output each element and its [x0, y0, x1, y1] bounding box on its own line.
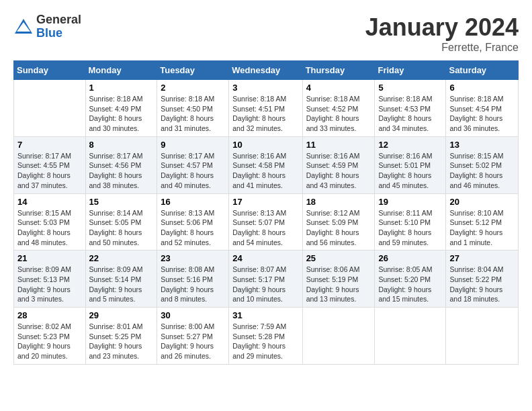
calendar-cell: 8Sunrise: 8:17 AMSunset: 4:56 PMDaylight… — [85, 136, 157, 193]
sunset-text: Sunset: 5:12 PM — [449, 218, 515, 228]
day-info: Sunrise: 8:17 AMSunset: 4:57 PMDaylight:… — [161, 151, 225, 191]
day-info: Sunrise: 8:13 AMSunset: 5:06 PMDaylight:… — [161, 208, 225, 248]
sunrise-text: Sunrise: 8:10 AM — [449, 208, 515, 218]
day-info: Sunrise: 8:02 AMSunset: 5:23 PMDaylight:… — [17, 322, 82, 361]
week-row-5: 28Sunrise: 8:02 AMSunset: 5:23 PMDayligh… — [14, 308, 519, 365]
sunrise-text: Sunrise: 8:00 AM — [161, 322, 225, 332]
day-number: 21 — [17, 253, 82, 263]
day-info: Sunrise: 8:16 AMSunset: 4:59 PMDaylight:… — [306, 151, 371, 191]
daylight-text: Daylight: 9 hours and 13 minutes. — [306, 285, 371, 304]
sunset-text: Sunset: 5:06 PM — [161, 218, 225, 228]
sunset-text: Sunset: 5:13 PM — [17, 275, 82, 285]
calendar-cell: 19Sunrise: 8:11 AMSunset: 5:10 PMDayligh… — [375, 193, 446, 250]
calendar-cell: 9Sunrise: 8:17 AMSunset: 4:57 PMDaylight… — [157, 136, 229, 193]
sunrise-text: Sunrise: 8:09 AM — [17, 265, 82, 275]
day-info: Sunrise: 8:15 AMSunset: 5:03 PMDaylight:… — [17, 208, 82, 248]
sunrise-text: Sunrise: 7:59 AM — [232, 322, 298, 332]
sunset-text: Sunset: 5:02 PM — [449, 161, 515, 171]
daylight-text: Daylight: 8 hours and 31 minutes. — [161, 113, 225, 133]
calendar-cell: 20Sunrise: 8:10 AMSunset: 5:12 PMDayligh… — [446, 193, 519, 250]
sunset-text: Sunset: 5:16 PM — [161, 275, 225, 285]
day-info: Sunrise: 8:07 AMSunset: 5:17 PMDaylight:… — [232, 265, 298, 304]
calendar-cell: 13Sunrise: 8:15 AMSunset: 5:02 PMDayligh… — [446, 136, 519, 193]
daylight-text: Daylight: 8 hours and 33 minutes. — [306, 113, 371, 133]
sunset-text: Sunset: 4:58 PM — [232, 161, 298, 171]
logo-blue-text: Blue — [36, 27, 81, 40]
sunset-text: Sunset: 4:52 PM — [306, 104, 371, 114]
sunrise-text: Sunrise: 8:07 AM — [232, 265, 298, 275]
daylight-text: Daylight: 8 hours and 45 minutes. — [378, 171, 442, 190]
sunset-text: Sunset: 5:14 PM — [89, 275, 154, 285]
calendar-cell: 2Sunrise: 8:18 AMSunset: 4:50 PMDaylight… — [157, 80, 229, 137]
calendar-cell: 28Sunrise: 8:02 AMSunset: 5:23 PMDayligh… — [14, 308, 86, 365]
day-info: Sunrise: 8:04 AMSunset: 5:22 PMDaylight:… — [449, 265, 515, 304]
sunrise-text: Sunrise: 8:11 AM — [378, 208, 442, 218]
sunrise-text: Sunrise: 8:05 AM — [378, 265, 442, 275]
daylight-text: Daylight: 8 hours and 59 minutes. — [378, 228, 442, 247]
sunrise-text: Sunrise: 8:09 AM — [89, 265, 154, 275]
sunset-text: Sunset: 5:09 PM — [306, 218, 371, 228]
daylight-text: Daylight: 9 hours and 15 minutes. — [378, 285, 442, 304]
sunset-text: Sunset: 5:27 PM — [161, 332, 225, 342]
week-row-1: 1Sunrise: 8:18 AMSunset: 4:49 PMDaylight… — [14, 80, 519, 137]
sunrise-text: Sunrise: 8:18 AM — [449, 94, 515, 104]
day-info: Sunrise: 8:11 AMSunset: 5:10 PMDaylight:… — [378, 208, 442, 248]
day-number: 30 — [161, 310, 225, 320]
calendar-cell: 29Sunrise: 8:01 AMSunset: 5:25 PMDayligh… — [85, 308, 157, 365]
day-number: 18 — [306, 197, 371, 207]
day-info: Sunrise: 8:05 AMSunset: 5:20 PMDaylight:… — [378, 265, 442, 304]
day-info: Sunrise: 8:18 AMSunset: 4:51 PMDaylight:… — [232, 94, 298, 134]
calendar-cell: 30Sunrise: 8:00 AMSunset: 5:27 PMDayligh… — [157, 308, 229, 365]
daylight-text: Daylight: 9 hours and 8 minutes. — [161, 285, 225, 304]
daylight-text: Daylight: 8 hours and 46 minutes. — [449, 171, 515, 190]
day-info: Sunrise: 8:01 AMSunset: 5:25 PMDaylight:… — [89, 322, 154, 361]
calendar-cell: 10Sunrise: 8:16 AMSunset: 4:58 PMDayligh… — [229, 136, 302, 193]
month-title: January 2024 — [365, 13, 519, 42]
column-header-sunday: Sunday — [14, 61, 86, 80]
calendar-cell — [302, 308, 375, 365]
sunset-text: Sunset: 4:49 PM — [89, 104, 154, 114]
daylight-text: Daylight: 8 hours and 34 minutes. — [378, 113, 442, 133]
sunrise-text: Sunrise: 8:01 AM — [89, 322, 154, 332]
sunset-text: Sunset: 5:28 PM — [232, 332, 298, 342]
calendar-cell: 11Sunrise: 8:16 AMSunset: 4:59 PMDayligh… — [302, 136, 375, 193]
sunset-text: Sunset: 5:19 PM — [306, 275, 371, 285]
day-info: Sunrise: 8:09 AMSunset: 5:13 PMDaylight:… — [17, 265, 82, 304]
column-header-friday: Friday — [375, 61, 446, 80]
day-number: 29 — [89, 310, 154, 320]
sunrise-text: Sunrise: 8:17 AM — [161, 151, 225, 161]
day-info: Sunrise: 7:59 AMSunset: 5:28 PMDaylight:… — [232, 322, 298, 361]
sunrise-text: Sunrise: 8:18 AM — [161, 94, 225, 104]
calendar-cell: 25Sunrise: 8:06 AMSunset: 5:19 PMDayligh… — [302, 250, 375, 308]
daylight-text: Daylight: 9 hours and 23 minutes. — [89, 341, 154, 361]
daylight-text: Daylight: 9 hours and 20 minutes. — [17, 341, 82, 361]
sunrise-text: Sunrise: 8:18 AM — [89, 94, 154, 104]
sunset-text: Sunset: 4:50 PM — [161, 104, 225, 114]
daylight-text: Daylight: 8 hours and 40 minutes. — [161, 171, 225, 190]
calendar-cell: 6Sunrise: 8:18 AMSunset: 4:54 PMDaylight… — [446, 80, 519, 137]
column-header-wednesday: Wednesday — [229, 61, 302, 80]
sunrise-text: Sunrise: 8:18 AM — [378, 94, 442, 104]
week-row-4: 21Sunrise: 8:09 AMSunset: 5:13 PMDayligh… — [14, 250, 519, 308]
day-info: Sunrise: 8:18 AMSunset: 4:54 PMDaylight:… — [449, 94, 515, 134]
day-number: 11 — [306, 140, 371, 150]
daylight-text: Daylight: 9 hours and 5 minutes. — [89, 285, 154, 304]
calendar-cell — [375, 308, 446, 365]
day-info: Sunrise: 8:18 AMSunset: 4:50 PMDaylight:… — [161, 94, 225, 134]
logo-icon — [13, 17, 34, 37]
day-info: Sunrise: 8:17 AMSunset: 4:55 PMDaylight:… — [17, 151, 82, 191]
sunrise-text: Sunrise: 8:16 AM — [232, 151, 298, 161]
calendar-table: SundayMondayTuesdayWednesdayThursdayFrid… — [13, 60, 519, 365]
calendar-cell: 4Sunrise: 8:18 AMSunset: 4:52 PMDaylight… — [302, 80, 375, 137]
calendar-cell — [446, 308, 519, 365]
sunrise-text: Sunrise: 8:15 AM — [17, 208, 82, 218]
day-number: 20 — [449, 197, 515, 207]
day-number: 17 — [232, 197, 298, 207]
calendar-cell: 27Sunrise: 8:04 AMSunset: 5:22 PMDayligh… — [446, 250, 519, 308]
day-number: 13 — [449, 140, 515, 150]
daylight-text: Daylight: 8 hours and 32 minutes. — [232, 113, 298, 133]
day-info: Sunrise: 8:18 AMSunset: 4:53 PMDaylight:… — [378, 94, 442, 134]
daylight-text: Daylight: 9 hours and 26 minutes. — [161, 341, 225, 361]
sunrise-text: Sunrise: 8:13 AM — [161, 208, 225, 218]
daylight-text: Daylight: 8 hours and 37 minutes. — [17, 171, 82, 190]
